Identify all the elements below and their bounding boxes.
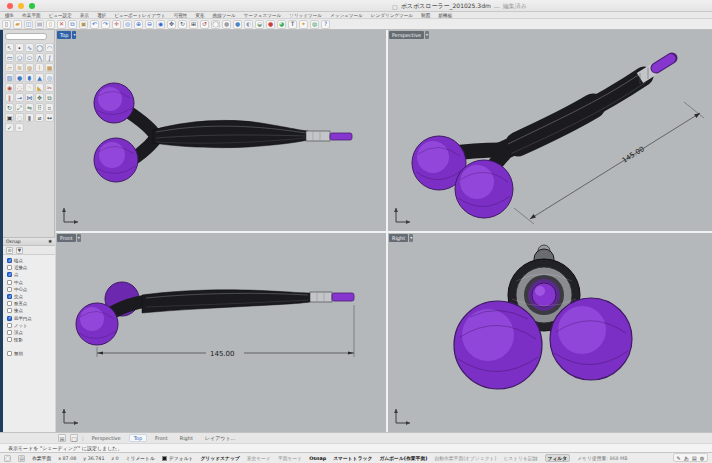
cut-icon[interactable]: ✕: [57, 20, 66, 29]
split-icon[interactable]: ∥: [5, 93, 14, 102]
status-toggle[interactable]: ガムボール(作業平面): [379, 455, 427, 461]
minimize-button[interactable]: [18, 3, 24, 9]
redo-icon[interactable]: ↷: [101, 20, 110, 29]
viewport-front[interactable]: Front ▾: [56, 233, 386, 432]
clipboard-icon[interactable]: ▯: [46, 20, 55, 29]
pan-icon[interactable]: ✥: [167, 20, 176, 29]
menu-item[interactable]: 作業平面: [22, 13, 40, 18]
cylinder-icon[interactable]: ⬮: [25, 73, 34, 82]
menu-item[interactable]: 可視性: [174, 13, 188, 18]
dot-tool-icon[interactable]: ∘: [15, 123, 24, 132]
status-toggle[interactable]: フィルタ: [545, 454, 571, 462]
curve-icon[interactable]: ∿: [25, 43, 34, 52]
osnap-filter-icon[interactable]: ▼: [16, 247, 23, 254]
viewport-label-top[interactable]: Top ▾: [57, 31, 76, 39]
viewport-label-perspective[interactable]: Perspective ▾: [389, 31, 429, 39]
osnap-option[interactable]: 交点: [7, 293, 55, 300]
viewport-perspective[interactable]: Perspective ▾: [388, 30, 712, 231]
menu-item[interactable]: 標準: [5, 13, 14, 18]
save-icon[interactable]: ◫: [24, 20, 33, 29]
right-view-model[interactable]: [388, 233, 712, 432]
torus-icon[interactable]: ◎: [45, 73, 54, 82]
four-viewport-icon[interactable]: ⊞: [189, 20, 198, 29]
checkbox[interactable]: [7, 265, 12, 270]
checkbox[interactable]: [7, 308, 12, 313]
shaded-display-icon[interactable]: ●: [222, 20, 231, 29]
viewport-right[interactable]: Right ▾: [388, 233, 712, 432]
units-pane[interactable]: ミリメートル: [126, 455, 155, 461]
rotate-tool-icon[interactable]: ↻: [5, 103, 14, 112]
gear-icon[interactable]: ✱: [48, 239, 52, 244]
close-button[interactable]: [7, 3, 13, 9]
osnap-option[interactable]: 頂点: [7, 329, 55, 336]
checkbox[interactable]: [7, 316, 12, 321]
menu-item[interactable]: 表示: [80, 13, 89, 18]
wireframe-display-icon[interactable]: ◯: [211, 20, 220, 29]
undo-view-icon[interactable]: ↺: [200, 20, 209, 29]
fillet-icon[interactable]: ◝: [25, 83, 34, 92]
status-toggle[interactable]: グリッドスナップ: [200, 455, 239, 461]
select-arrow-icon[interactable]: ↖: [5, 43, 14, 52]
globe-icon[interactable]: ◍: [700, 455, 704, 461]
new-file-icon[interactable]: ▯: [2, 20, 11, 29]
world-icon[interactable]: ◍: [310, 20, 319, 29]
checkbox[interactable]: [7, 323, 12, 328]
point-icon[interactable]: ∙: [15, 43, 24, 52]
viewport-tab[interactable]: Perspective: [88, 435, 125, 441]
move-tool-icon[interactable]: ✥: [35, 93, 44, 102]
lock-icon[interactable]: ▮: [25, 113, 34, 122]
menu-item[interactable]: サーフェスツール: [244, 13, 281, 18]
hide-icon[interactable]: ◌: [15, 113, 24, 122]
arc-icon[interactable]: ◠: [45, 43, 54, 52]
perspective-view-model[interactable]: 145.00: [388, 30, 712, 231]
polygon-icon[interactable]: ⬠: [15, 53, 24, 62]
menu-item[interactable]: 製図: [421, 13, 430, 18]
menu-item[interactable]: 選択: [97, 13, 106, 18]
print-icon[interactable]: ▤: [35, 20, 44, 29]
osnap-option[interactable]: 垂直点: [7, 300, 55, 307]
render-icon[interactable]: ●: [266, 20, 275, 29]
osnap-option[interactable]: 近接点: [7, 264, 55, 271]
copy-icon[interactable]: ⧉: [68, 20, 77, 29]
new-viewport-icon[interactable]: ▢: [70, 434, 78, 442]
viewport-tab[interactable]: Front: [151, 435, 172, 441]
checkbox[interactable]: [7, 280, 12, 285]
osnap-disable-icon[interactable]: ⊘: [6, 247, 13, 254]
revolve-icon[interactable]: ◍: [25, 63, 34, 72]
status-toggle[interactable]: スマートトラック: [333, 455, 372, 461]
status-toggle[interactable]: Osnap: [309, 456, 326, 461]
box-icon[interactable]: ▧: [5, 73, 14, 82]
patch-icon[interactable]: ▦: [45, 63, 54, 72]
checkbox[interactable]: [7, 258, 12, 263]
layer-pane[interactable]: デフォルト: [162, 455, 194, 461]
chevron-down-icon[interactable]: ▾: [77, 234, 81, 242]
sphere-icon[interactable]: ●: [15, 73, 24, 82]
boolean-difference-icon[interactable]: ◌: [15, 83, 24, 92]
tool-search-input[interactable]: [5, 33, 47, 40]
command-history-line[interactable]: 表示モードを "シェーディング" に設定しました。: [0, 443, 712, 452]
viewport-label-right[interactable]: Right ▾: [389, 234, 413, 242]
undo-icon[interactable]: ↶: [90, 20, 99, 29]
paste-icon[interactable]: ▣: [79, 20, 88, 29]
grid-icon[interactable]: ▤: [18, 455, 25, 462]
rectangle-icon[interactable]: ▭: [5, 53, 14, 62]
mirror-tool-icon[interactable]: ⇋: [25, 103, 34, 112]
viewport-label-front[interactable]: Front ▾: [57, 234, 81, 242]
viewport-tab[interactable]: レイアウト...: [201, 435, 239, 441]
zoom-extents-icon[interactable]: ◉: [156, 20, 165, 29]
input-method-widget[interactable]: ✎ あ ▤ ◍: [673, 453, 708, 462]
circle-icon[interactable]: ◯: [35, 43, 44, 52]
trim-icon[interactable]: ✂: [45, 83, 54, 92]
zoom-out-icon[interactable]: ⊖: [145, 20, 154, 29]
osnap-option[interactable]: ノット: [7, 322, 55, 329]
zoom-button[interactable]: [29, 3, 35, 9]
zoom-window-icon[interactable]: ◎: [123, 20, 132, 29]
ellipse-icon[interactable]: ⬭: [25, 53, 34, 62]
pen-icon[interactable]: ✎: [677, 455, 681, 461]
measure-icon[interactable]: ⌀: [35, 113, 44, 122]
menu-item[interactable]: ビューポートレイアウト: [114, 13, 166, 18]
chamfer-icon[interactable]: ◣: [35, 83, 44, 92]
join-icon[interactable]: ⋈: [25, 93, 34, 102]
viewport-tab[interactable]: Top: [129, 434, 147, 442]
check-icon[interactable]: ✓: [5, 123, 14, 132]
